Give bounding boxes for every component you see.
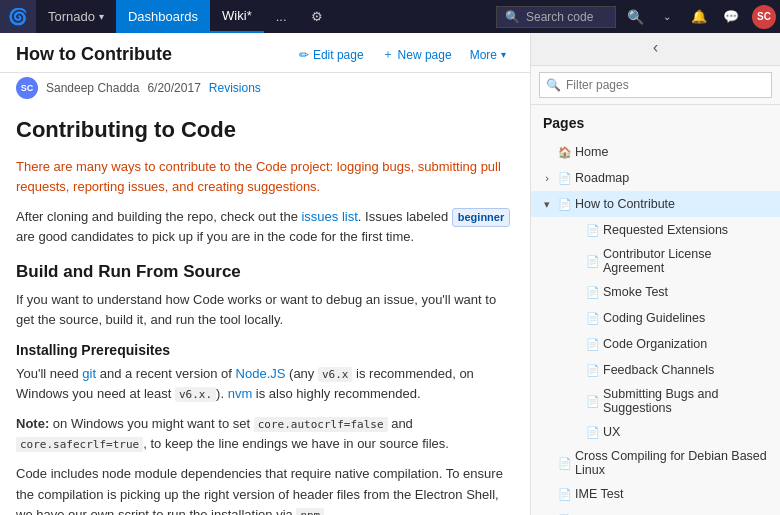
tree-label-home: Home (575, 145, 772, 159)
article-title: Contributing to Code (16, 117, 514, 143)
tree-item-code-org[interactable]: 📄 Code Organization (531, 331, 780, 357)
article-intro: There are many ways to contribute to the… (16, 157, 514, 197)
nodejs-link[interactable]: Node.JS (236, 366, 286, 381)
page-icon-req-ext: 📄 (585, 224, 601, 237)
autocrlf-code: core.autocrlf=false (254, 417, 388, 432)
tree-item-smoke-test[interactable]: 📄 Smoke Test (531, 279, 780, 305)
author-date: 6/20/2017 (147, 81, 200, 95)
page-icon-roadmap: 📄 (557, 172, 573, 185)
search-code-box[interactable]: 🔍 Search code (496, 6, 616, 28)
filter-wrap: 🔍 (539, 72, 772, 98)
tree-item-requested-ext[interactable]: 📄 Requested Extensions (531, 217, 780, 243)
more-btn[interactable]: More ▾ (462, 45, 514, 65)
tree-label-cross: Cross Compiling for Debian Based Linux (575, 449, 772, 477)
tree-label-submitting: Submitting Bugs and Suggestions (603, 387, 772, 415)
gear-icon: ⚙ (311, 9, 323, 24)
app-logo[interactable]: 🌀 (0, 0, 36, 33)
filter-pages-input[interactable] (539, 72, 772, 98)
page-icon-coding: 📄 (585, 312, 601, 325)
header-actions: ✏ Edit page ＋ New page More ▾ (291, 43, 514, 66)
page-icon-cross: 📄 (557, 457, 573, 470)
tree-item-home[interactable]: 🏠 Home (531, 139, 780, 165)
notifications-btn[interactable]: 🔔 (684, 0, 714, 33)
topbar-dashboards[interactable]: Dashboards (116, 0, 210, 33)
page-icon-ux: 📄 (585, 426, 601, 439)
topbar: 🌀 Tornado ▾ Dashboards Wiki* ... ⚙ 🔍 Sea… (0, 0, 780, 33)
new-page-btn[interactable]: ＋ New page (374, 43, 460, 66)
author-avatar: SC (16, 77, 38, 99)
edit-page-btn[interactable]: ✏ Edit page (291, 45, 372, 65)
topbar-icon-group: 🔍 ⌄ 🔔 💬 SC (620, 0, 780, 33)
note-para: Note: on Windows you might want to set c… (16, 414, 514, 454)
search-icon: 🔍 (505, 10, 520, 24)
tree-label-howto: How to Contribute (575, 197, 772, 211)
tree-item-howto[interactable]: ▾ 📄 How to Contribute (531, 191, 780, 217)
chevron-down-icon: ▾ (99, 11, 104, 22)
more-chevron-icon: ▾ (501, 49, 506, 60)
git-link[interactable]: git (82, 366, 96, 381)
article-clone-para: After cloning and building the repo, che… (16, 207, 514, 247)
tree-label-roadmap: Roadmap (575, 171, 772, 185)
home-icon: 🏠 (557, 146, 573, 159)
plus-icon: ＋ (382, 46, 394, 63)
sidebar: › 🔍 Pages 🏠 Home › 📄 Roadmap (530, 33, 780, 515)
chevron-roadmap: › (539, 172, 555, 184)
tree-label-smoke: Smoke Test (603, 285, 772, 299)
beginner-badge: beginner (452, 208, 510, 227)
revisions-link[interactable]: Revisions (209, 81, 261, 95)
section2-title: Installing Prerequisites (16, 342, 514, 358)
tree-item-cla[interactable]: 📄 Contributor License Agreement (531, 243, 780, 279)
topbar-more[interactable]: ... (264, 0, 299, 33)
section2-para: You'll need git and a recent version of … (16, 364, 514, 404)
chat-btn[interactable]: 💬 (716, 0, 746, 33)
tree-label-req-ext: Requested Extensions (603, 223, 772, 237)
tree-item-roadmap[interactable]: › 📄 Roadmap (531, 165, 780, 191)
author-bar: SC Sandeep Chadda 6/20/2017 Revisions (0, 73, 530, 105)
section1-title: Build and Run From Source (16, 262, 514, 282)
note-label: Note: (16, 416, 49, 431)
edit-icon: ✏ (299, 48, 309, 62)
topbar-wiki[interactable]: Wiki* (210, 0, 264, 33)
tree-label-cla: Contributor License Agreement (603, 247, 772, 275)
npm-code: npm (296, 508, 324, 515)
page-title: How to Contribute (16, 44, 172, 65)
v6x2-code: v6.x. (175, 387, 216, 402)
main-layout: How to Contribute ✏ Edit page ＋ New page… (0, 33, 780, 515)
nvm-link[interactable]: nvm (228, 386, 253, 401)
tree-label-coding: Coding Guidelines (603, 311, 772, 325)
page-icon-ime: 📄 (557, 488, 573, 501)
tree-label-feedback: Feedback Channels (603, 363, 772, 377)
article-content: Contributing to Code There are many ways… (0, 105, 530, 515)
collapse-icon: › (653, 40, 658, 58)
tree-item-cross-compiling[interactable]: 📄 Cross Compiling for Debian Based Linux (531, 445, 780, 481)
pages-tree: Pages 🏠 Home › 📄 Roadmap ▾ 📄 How to Cont… (531, 105, 780, 515)
tree-item-submitting[interactable]: 📄 Submitting Bugs and Suggestions (531, 383, 780, 419)
sidebar-collapse-btn[interactable]: › (531, 33, 780, 66)
page-icon-submitting: 📄 (585, 395, 601, 408)
page-icon-code-org: 📄 (585, 338, 601, 351)
page-icon-cla: 📄 (585, 255, 601, 268)
tree-item-ime-test[interactable]: 📄 IME Test (531, 481, 780, 507)
page-icon-feedback: 📄 (585, 364, 601, 377)
topbar-settings[interactable]: ⚙ (299, 0, 335, 33)
user-avatar[interactable]: SC (752, 5, 776, 29)
v6x-code: v6.x (318, 367, 353, 382)
search-toggle-btn[interactable]: 🔍 (620, 0, 650, 33)
tree-label-code-org: Code Organization (603, 337, 772, 351)
content-area: How to Contribute ✏ Edit page ＋ New page… (0, 33, 530, 515)
chevron-howto: ▾ (539, 198, 555, 211)
safecrlf-code: core.safecrlf=true (16, 437, 143, 452)
topbar-project[interactable]: Tornado ▾ (36, 0, 116, 33)
sidebar-filter-area: 🔍 (531, 66, 780, 105)
filter-search-icon: 🔍 (546, 78, 561, 92)
account-chevron-btn[interactable]: ⌄ (652, 0, 682, 33)
tree-item-coding-guidelines[interactable]: 📄 Coding Guidelines (531, 305, 780, 331)
section1-para: If you want to understand how Code works… (16, 290, 514, 330)
final-para: Code includes node module dependencies t… (16, 464, 514, 515)
tree-item-ux[interactable]: 📄 UX (531, 419, 780, 445)
tree-item-feedback[interactable]: 📄 Feedback Channels (531, 357, 780, 383)
page-icon-howto: 📄 (557, 198, 573, 211)
tree-item-code-editor-roadmap[interactable]: 📄 Code Editor Roadmap (531, 507, 780, 515)
tree-label-ime: IME Test (575, 487, 772, 501)
issues-link[interactable]: issues list (301, 209, 357, 224)
